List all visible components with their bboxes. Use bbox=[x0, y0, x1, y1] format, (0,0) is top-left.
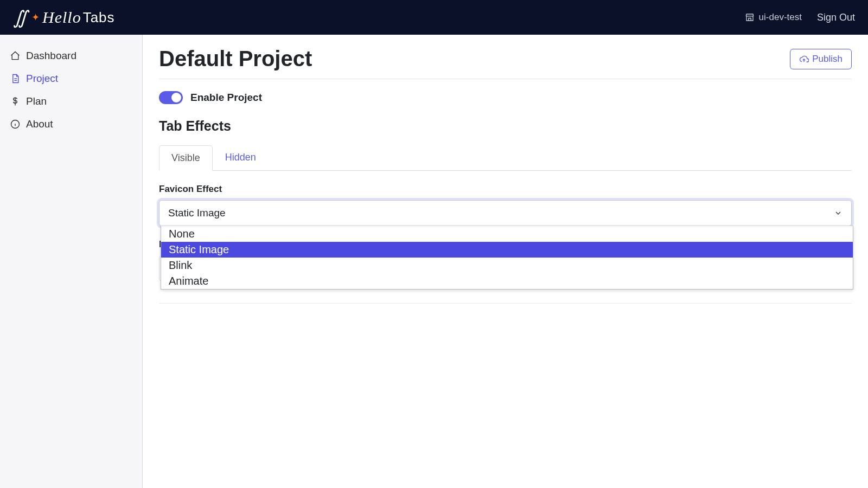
logo-wave-icon: ∬ bbox=[13, 7, 28, 28]
info-icon bbox=[10, 119, 21, 130]
publish-button[interactable]: Publish bbox=[790, 49, 852, 69]
home-icon bbox=[10, 50, 21, 61]
enable-project-label: Enable Project bbox=[190, 92, 262, 104]
logo-text-hello: Hello bbox=[42, 8, 81, 27]
toggle-knob bbox=[171, 93, 181, 102]
sidebar-item-dashboard[interactable]: Dashboard bbox=[8, 44, 135, 67]
sidebar-item-label: About bbox=[26, 118, 53, 130]
page-title: Default Project bbox=[159, 47, 312, 71]
sidebar: Dashboard Project Plan About bbox=[0, 35, 143, 488]
effect-tabs: Visible Hidden bbox=[159, 145, 852, 171]
main-panel: Default Project Publish Enable Project T… bbox=[143, 35, 868, 488]
store-icon bbox=[745, 12, 755, 22]
dropdown-option-none[interactable]: None bbox=[161, 226, 853, 242]
sidebar-item-plan[interactable]: Plan bbox=[8, 90, 135, 113]
logo-star-icon: ✦ bbox=[31, 11, 40, 23]
sidebar-item-label: Project bbox=[26, 73, 58, 85]
favicon-effect-selected: Static Image bbox=[168, 207, 226, 219]
favicon-effect-dropdown: None Static Image Blink Animate bbox=[161, 226, 853, 290]
dropdown-option-animate[interactable]: Animate bbox=[161, 273, 853, 289]
sidebar-item-label: Dashboard bbox=[26, 50, 76, 62]
tab-hidden[interactable]: Hidden bbox=[213, 145, 269, 170]
tab-effects-heading: Tab Effects bbox=[159, 118, 852, 134]
chevron-down-icon bbox=[834, 209, 843, 217]
enable-project-toggle[interactable] bbox=[159, 91, 183, 104]
dropdown-option-static-image[interactable]: Static Image bbox=[161, 242, 853, 258]
signout-link[interactable]: Sign Out bbox=[817, 12, 855, 23]
favicon-effect-select[interactable]: Static Image bbox=[159, 200, 852, 226]
sidebar-item-about[interactable]: About bbox=[8, 113, 135, 136]
tab-visible[interactable]: Visible bbox=[159, 145, 213, 171]
logo-text-tabs: Tabs bbox=[83, 9, 115, 26]
file-icon bbox=[10, 73, 21, 84]
favicon-effect-label: Favicon Effect bbox=[159, 184, 852, 195]
publish-label: Publish bbox=[812, 54, 843, 65]
cloud-upload-icon bbox=[799, 54, 809, 64]
user-label: ui-dev-test bbox=[759, 12, 802, 23]
sidebar-item-label: Plan bbox=[26, 95, 47, 107]
dropdown-option-blink[interactable]: Blink bbox=[161, 258, 853, 273]
section-divider bbox=[159, 303, 852, 304]
app-logo[interactable]: ∬ ✦ Hello Tabs bbox=[13, 7, 115, 28]
dollar-icon bbox=[10, 96, 21, 107]
sidebar-item-project[interactable]: Project bbox=[8, 67, 135, 90]
user-chip[interactable]: ui-dev-test bbox=[745, 12, 802, 23]
